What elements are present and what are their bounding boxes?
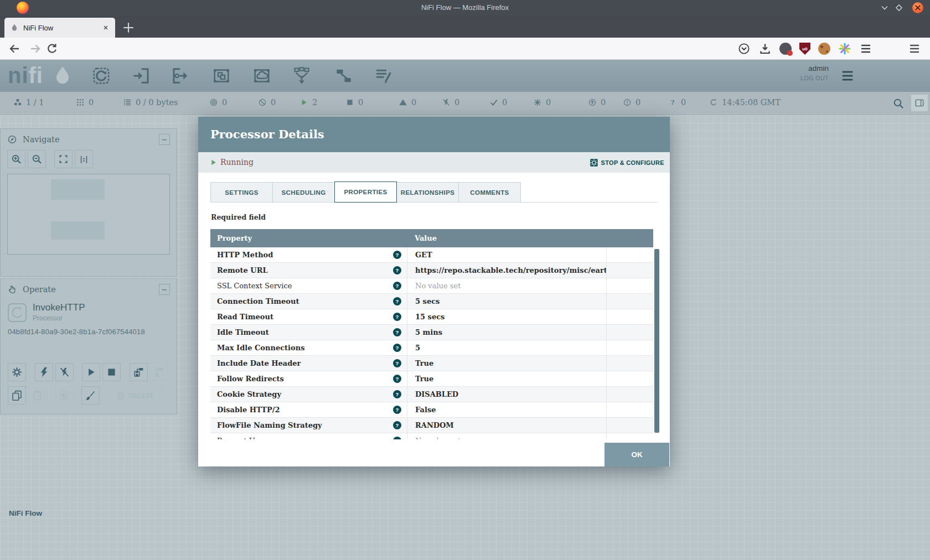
zoom-in-icon <box>11 153 22 165</box>
status-sun: 0 <box>533 98 551 107</box>
gear-button[interactable] <box>8 363 26 381</box>
property-name: Follow Redirects? <box>210 371 407 386</box>
download-icon[interactable] <box>758 42 772 55</box>
group-select-icon <box>58 390 70 401</box>
status-warn-triangle: 0 <box>399 98 416 107</box>
stop-and-configure-button[interactable]: STOP & CONFIGURE <box>590 152 664 173</box>
account-icon[interactable] <box>779 43 792 55</box>
browser-menu-icon[interactable] <box>908 42 921 55</box>
help-icon[interactable]: ? <box>393 251 401 259</box>
property-row: Include Date Header?True <box>210 356 653 371</box>
paste-button[interactable] <box>28 386 46 405</box>
status-refresh: 14:45:08 GMT <box>709 98 781 107</box>
copy-button[interactable] <box>8 386 26 405</box>
help-icon[interactable]: ? <box>393 421 401 429</box>
template-icon[interactable] <box>334 66 354 86</box>
user-block: admin LOG OUT <box>800 64 829 81</box>
help-icon[interactable]: ? <box>393 406 401 414</box>
tab-relationships[interactable]: RELATIONSHIPS <box>396 182 459 202</box>
dialog-tabbar: SETTINGSSCHEDULINGPROPERTIESRELATIONSHIP… <box>210 182 657 203</box>
property-value: True <box>407 356 606 371</box>
save-template-button[interactable] <box>130 363 148 381</box>
actual-size-button[interactable]: |:| <box>75 150 93 168</box>
property-value: https://repo.stackable.tech/repository/m… <box>407 263 606 278</box>
refresh-icon <box>709 98 718 107</box>
property-row-extra <box>606 263 653 278</box>
input-port-icon[interactable] <box>131 66 151 86</box>
remote-process-group-icon[interactable] <box>252 66 272 86</box>
play-button[interactable] <box>82 363 100 381</box>
zoom-in-button[interactable] <box>7 150 25 168</box>
property-value: RANDOM <box>407 418 606 433</box>
property-row: Remote URL?https://repo.stackable.tech/r… <box>210 263 653 278</box>
minimap-component <box>51 221 105 240</box>
status-target: 0 <box>209 98 227 107</box>
ok-button[interactable]: OK <box>604 443 669 466</box>
breadcrumb[interactable]: NiFi Flow <box>9 509 42 517</box>
property-row: Disable HTTP/2?False <box>210 402 653 418</box>
collapse-operate-button[interactable]: − <box>159 284 170 295</box>
bolt-button[interactable] <box>35 363 53 381</box>
upload-template-button[interactable] <box>149 363 168 381</box>
help-icon[interactable]: ? <box>393 313 401 321</box>
help-icon[interactable]: ? <box>393 390 401 398</box>
forward-icon[interactable] <box>29 42 42 55</box>
help-icon[interactable]: ? <box>393 344 401 352</box>
nifi-page: nifi admin LOG OUT 1 / 100 / 0 bytes0020… <box>0 60 930 560</box>
help-icon[interactable]: ? <box>393 297 401 305</box>
property-row: Cookie Strategy?DISABLED <box>210 387 653 402</box>
help-icon[interactable]: ? <box>393 359 401 367</box>
property-row-extra <box>606 309 653 324</box>
process-group-icon[interactable] <box>211 66 231 86</box>
adblock-icon[interactable]: u0 <box>799 43 810 55</box>
menu-icon[interactable] <box>859 42 872 55</box>
help-icon[interactable]: ? <box>393 282 401 290</box>
tab-properties[interactable]: PROPERTIES <box>334 182 397 203</box>
window-title: NiFi Flow — Mozilla Firefox <box>0 0 930 15</box>
slash-circle-icon <box>258 98 267 107</box>
dialog-title: Processor Details <box>210 117 324 152</box>
help-icon[interactable]: ? <box>393 437 401 439</box>
fit-button[interactable] <box>54 150 73 168</box>
cubes-icon <box>13 98 22 107</box>
help-icon[interactable]: ? <box>393 328 401 336</box>
cookie-icon[interactable] <box>818 43 830 55</box>
property-row-extra <box>606 387 653 402</box>
tab-settings[interactable]: SETTINGS <box>210 182 273 202</box>
tab-scheduling[interactable]: SCHEDULING <box>272 182 335 202</box>
funnel-icon[interactable] <box>292 66 312 86</box>
copy-icon <box>11 390 23 401</box>
bulletin-panel-button[interactable] <box>911 95 928 111</box>
tab-close-icon[interactable] <box>102 24 110 32</box>
reload-icon[interactable] <box>45 42 59 55</box>
status-list: 0 / 0 bytes <box>123 98 178 107</box>
search-icon[interactable] <box>892 97 905 110</box>
help-icon[interactable]: ? <box>393 266 401 274</box>
bolt-slash-button[interactable] <box>55 363 74 381</box>
collapse-navigate-button[interactable]: − <box>159 134 170 145</box>
logout-link[interactable]: LOG OUT <box>800 75 829 81</box>
flow-minimap[interactable] <box>7 174 170 255</box>
browser-tab[interactable]: NiFi Flow <box>4 18 115 38</box>
help-icon[interactable]: ? <box>393 375 401 383</box>
output-port-icon[interactable] <box>170 66 190 86</box>
group-select-button[interactable] <box>55 386 73 405</box>
property-row: Connection Timeout?5 secs <box>210 294 653 309</box>
tab-comments[interactable]: COMMENTS <box>458 182 521 202</box>
global-menu-icon[interactable] <box>840 68 855 84</box>
question-icon: ? <box>668 98 677 107</box>
processor-icon[interactable] <box>91 66 111 86</box>
minimize-icon[interactable] <box>879 2 890 13</box>
back-icon[interactable] <box>8 42 21 55</box>
brush-button[interactable] <box>81 386 100 405</box>
dialog-scrollbar[interactable] <box>654 249 659 433</box>
maximize-icon[interactable] <box>893 2 905 13</box>
stop-button[interactable] <box>102 363 121 381</box>
close-window-icon[interactable] <box>912 2 923 13</box>
extensions-icon[interactable] <box>838 42 851 55</box>
pocket-icon[interactable] <box>737 42 751 55</box>
new-tab-button[interactable] <box>121 20 136 35</box>
delete-button[interactable]: DELETE <box>108 386 163 405</box>
zoom-out-button[interactable] <box>28 150 46 168</box>
label-icon[interactable] <box>373 66 393 86</box>
